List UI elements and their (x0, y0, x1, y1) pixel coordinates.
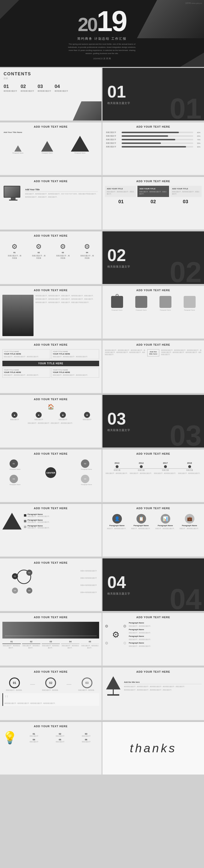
home-node-label-1: 段落主题文字 (10, 418, 19, 421)
gear-2: ⚙ 02 段落主题文字，相关段落 (32, 243, 46, 259)
section-bg-num-03: 03 (170, 421, 202, 447)
titlebox-text-4: 段落主题文字，相关段落主题文字，相关段落主题文字。 (53, 374, 98, 376)
tri-desc-1: 段落主题文字，相关段落主题文字。 (28, 516, 99, 518)
road-photo (2, 622, 99, 639)
bar-label-1: 段落主题文字 (106, 131, 121, 134)
gear-4: ⚙ 04 段落主题文字，相关段落 (80, 243, 94, 259)
timeline-item-4: 2018 段落主题 段落主题文字，相关段落主题文字。 (178, 462, 201, 474)
year-suffix: 19 (97, 5, 126, 37)
puzzle-label-3: Paragraph Name (160, 309, 171, 311)
puzzle-4: Paragraph Name (184, 296, 196, 311)
tri-sm (15, 145, 22, 152)
road-step-num-4: 04 (61, 641, 79, 644)
slide-cards3-title: ADD YOUR TEXT HERE (102, 177, 204, 185)
pyramid-3: Paragraph Name (71, 136, 89, 154)
road-step-1: 01 段落主题文字，相关段落主题文字。 (2, 641, 21, 649)
bulb-text-blocks: 01 段落主题文字 02 段落主题文字 03 段落主题文字 04 (21, 733, 99, 743)
person-icon-3: 📊 (161, 514, 170, 524)
row-road-gearcenter: ADD YOUR TEXT HERE 01 段落主题文字，相关段落主题文字。 0… (0, 613, 204, 665)
tconn-text-1: 相关段落主题文字，相关段落主题文字，相关段落主题文字，相关段落主题文字，段落主题… (124, 686, 202, 688)
section-left-01: 01 相关段落主题文字 (102, 79, 144, 110)
titlebox-2: YOUR TITLE NAME YOUR TITLE HERE 段落主题文字，相… (51, 349, 99, 359)
tri-desc-3: 段落主题文字，相关段落主题文字。 (28, 527, 99, 529)
text-block-1: 相关段落主题文字，相关段落主题文字，段落主题文字，相关段落主题文字，段落主题文字… (35, 295, 99, 297)
slide-timeline-title: ADD YOUR TEXT HERE (102, 450, 204, 457)
timeline-year-2: 2014 (138, 462, 144, 464)
road-step-text-3: 段落主题文字，相关段落主题文字。 (42, 645, 60, 649)
road-line (5, 636, 97, 636)
bar-row-1: 段落主题文字 80% (106, 131, 200, 134)
slide-circles-connect: ADD YOUR TEXT HERE CENTER 01 Paragraph N… (0, 450, 102, 502)
titlebox-label-1: YOUR TITLE HERE (4, 353, 49, 355)
card3-num-3: 03 (183, 199, 188, 205)
gear-label-item-3: Paragraph Name (129, 635, 202, 637)
bulb-icon: 💡 (2, 731, 17, 744)
slide-person-title: ADD YOUR TEXT HERE (102, 504, 204, 512)
person-desc-4: 段落文字，相关段落主题文字。 (180, 528, 200, 530)
titlebox-subtitle-3: YOUR TITLE NAME (4, 369, 49, 371)
road-step-num-2: 02 (22, 641, 41, 644)
gear-icon-center: ⚙ (112, 630, 120, 640)
timeline-val-3: 段落主题 (162, 469, 169, 471)
timeline-val-4: 段落主题 (186, 469, 193, 471)
card3-title-1: ADD YOUR TITLE (107, 188, 134, 190)
contents-item-4: 04 相关段落主题文字 (55, 84, 68, 92)
road-step-4: 04 段落主题文字，相关段落主题文字。 (61, 641, 79, 649)
text-block-3: 相关段落主题文字，相关段落主题文字，段落主题文字，段落主题文字段落主题文字。 (35, 302, 99, 304)
node-tl: 01 Paragraph Name (9, 460, 21, 470)
timeline-val-1: 段落主题 (114, 469, 121, 471)
slide-thanks: thanks (102, 722, 204, 775)
gear-icon-tr: ⚙ (123, 624, 126, 628)
gear-label-item-4: Paragraph Name (129, 642, 202, 644)
card3-num-2: 02 (151, 199, 156, 205)
text-block-2: 相关段落主题文字，相关段落主题文字，段落主题文字，相关段落主题文字，段落主题文字… (35, 298, 99, 300)
road-step-num-5: 05 (81, 641, 99, 644)
puzzle-label-4: Paragraph Name (184, 309, 195, 311)
cards3-content: ADD YOUR TITLE 段落主题文字，相关段落主题文字，段落主题文字。 A… (102, 185, 204, 206)
ring-step-circle-3: 03 (82, 678, 93, 688)
ring-label-4: 段落04 相关段落主题文字 (80, 591, 97, 594)
home-node-3: ● 段落主题文字 (59, 412, 67, 421)
person-3: 📊 Paragraph Name 段落文字，相关段落主题文字。 (155, 514, 176, 530)
row-bulb-thanks: ADD YOUR TEXT HERE 💡 01 段落主题文字 02 段落主题文字 (0, 722, 204, 775)
contents-photo (73, 101, 102, 121)
home-node-icon-4: ● (84, 412, 90, 418)
bar-pct-5: 90% (195, 146, 200, 148)
ring-step-label-2: 段落主题文字，相关段落。 (42, 689, 59, 691)
bulb-icon-wrap: 💡 (2, 731, 17, 745)
slide-pyramids: ADD YOUR TEXT HERE Add Your Title Name P… (0, 122, 102, 175)
slide-titleboxes-title: ADD YOUR TEXT HERE (0, 340, 102, 348)
road-step-text-1: 段落主题文字，相关段落主题文字。 (2, 645, 21, 649)
step-connector-1 (30, 684, 35, 685)
bar-fill-1 (122, 132, 179, 133)
timeline-year-1: 2013 (114, 462, 119, 464)
slide-monitor-title: ADD YOUR TEXT HERE (0, 177, 102, 185)
left-photo (2, 295, 33, 336)
road-step-num-1: 01 (2, 641, 21, 644)
bar-pct-1: 80% (195, 132, 200, 133)
timeline-year-4: 2018 (187, 462, 192, 464)
home-node-icon-3: ● (60, 412, 66, 418)
titlebox-1: YOUR TITLE NAME YOUR TITLE HERE 段落主题文字，相… (2, 349, 50, 359)
gear-diagram: ⚙ ⚙ ⚙ ⚙ ⚙ (105, 624, 126, 646)
t-shape (105, 676, 122, 695)
road-step-5: 05 段落主题文字，相关段落主题文字。 (81, 641, 99, 649)
monitor-stand (11, 198, 16, 199)
tconn-inner: Add the title here 相关段落主题文字，相关段落主题文字，相关段… (105, 676, 202, 695)
slide-gears: ADD YOUR TEXT HERE ⚙ 01 段落主题文字，相关段落 ⚙ 02… (0, 231, 102, 284)
person-2: 📋 Paragraph Name 段落文字，相关段落主题文字。 (131, 514, 151, 530)
tri-text-2: Paragraph Name 段落主题文字，相关段落主题文字。 (28, 519, 99, 523)
timeline-desc-2: 段落主题文字，相关段落主题文字。 (130, 472, 153, 474)
t-base (107, 694, 119, 695)
home-content: 🏠 ● 段落主题文字 ● 段落主题文字 ● 段落主题文字 ● 段落主题 (0, 403, 102, 426)
timeline-dot-4 (188, 465, 191, 468)
slide-circle-process2: ADD YOUR TEXT HERE 01 02 03 04 段落01 相关段落… (0, 558, 102, 611)
circles-diagram: CENTER 01 Paragraph Name 02 Paragraph Na… (2, 458, 99, 487)
ring-step-circle-1: 01 (9, 678, 20, 688)
person-label-2: Paragraph Name (134, 525, 149, 527)
ring-step-label-3: 段落主题文字，相关段落。 (78, 689, 96, 691)
puzzle-piece-2 (135, 296, 147, 308)
slide-num-steps: ADD YOUR TEXT HERE 01 段落主题文字，相关段落。 02 段落… (0, 668, 102, 720)
monitor-inner-title: Add Your Title (25, 188, 98, 192)
timeline-content: 2013 段落主题 段落主题文字，相关段落主题文字。 2014 段落主题 段落主… (102, 457, 204, 476)
